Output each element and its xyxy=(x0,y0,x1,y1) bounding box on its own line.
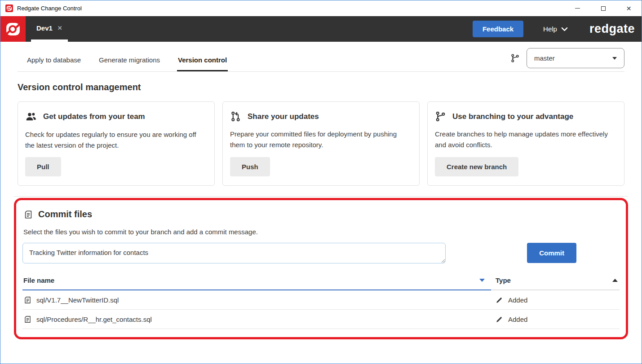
file-icon xyxy=(23,296,32,304)
maximize-button[interactable] xyxy=(590,0,616,16)
column-header-file-name[interactable]: File name xyxy=(22,272,491,290)
change-type: Added xyxy=(508,296,527,304)
card-header: Get updates from your team xyxy=(25,111,207,123)
dropdown-caret-icon xyxy=(612,57,617,60)
type-cell: Added xyxy=(491,316,620,323)
commit-files-section: Commit files Select the files you wish t… xyxy=(14,198,628,339)
file-name: sql/Procedures/R__hr.get_contacts.sql xyxy=(36,316,152,323)
column-header-type[interactable]: Type xyxy=(491,272,620,290)
file-name-cell: sql/V1.7__NewTwitterID.sql xyxy=(22,296,491,304)
commit-message-row: Tracking Twitter information for contact… xyxy=(22,243,620,263)
pencil-icon xyxy=(496,296,503,304)
pull-request-icon xyxy=(230,111,241,122)
redgate-logo-icon xyxy=(5,4,13,12)
type-cell: Added xyxy=(491,296,620,304)
commit-section-subtitle: Select the files you wish to commit to y… xyxy=(23,228,620,236)
card-use-branching: Use branching to your advantage Create b… xyxy=(427,101,624,186)
column-label: Type xyxy=(496,276,511,284)
branch-selector-value: master xyxy=(534,54,555,62)
branch-control: master xyxy=(510,48,624,68)
card-header: Share your updates xyxy=(230,111,412,122)
card-share-updates: Share your updates Prepare your committe… xyxy=(222,101,420,186)
commit-section-header: Commit files xyxy=(23,209,620,219)
branch-icon xyxy=(510,53,520,63)
minimize-icon xyxy=(575,8,580,9)
sort-descending-icon xyxy=(479,279,485,282)
titlebar: Redgate Change Control ✕ xyxy=(0,0,642,16)
push-button[interactable]: Push xyxy=(230,157,270,176)
file-icon xyxy=(23,315,32,324)
card-title: Use branching to your advantage xyxy=(452,112,573,121)
redgate-wordmark: redgate xyxy=(589,22,635,36)
card-title: Share your updates xyxy=(248,112,319,121)
tab-generate-migrations[interactable]: Generate migrations xyxy=(98,50,161,71)
file-name-cell: sql/Procedures/R__hr.get_contacts.sql xyxy=(22,315,491,324)
help-menu[interactable]: Help xyxy=(543,25,568,33)
card-title: Get updates from your team xyxy=(43,112,145,121)
feedback-button[interactable]: Feedback xyxy=(473,21,523,37)
card-description: Check for updates regularly to ensure yo… xyxy=(25,129,207,151)
document-icon xyxy=(23,210,33,219)
pencil-icon xyxy=(496,316,503,323)
pull-button[interactable]: Pull xyxy=(25,157,61,176)
main-content: Apply to database Generate migrations Ve… xyxy=(0,42,642,364)
redgate-logo-icon xyxy=(4,20,22,39)
card-description: Create branches to help manage updates m… xyxy=(435,129,617,150)
chevron-down-icon xyxy=(561,27,568,31)
tab-version-control[interactable]: Version control xyxy=(177,50,228,71)
commit-message-input[interactable]: Tracking Twitter information for contact… xyxy=(22,243,446,263)
close-button[interactable]: ✕ xyxy=(616,0,642,16)
branch-icon xyxy=(435,111,446,122)
app-window: Redgate Change Control ✕ Dev1 ✕ Feedback… xyxy=(0,0,642,364)
tab-apply-to-database[interactable]: Apply to database xyxy=(26,50,82,71)
sort-ascending-icon xyxy=(612,279,618,282)
files-table-header: File name Type xyxy=(22,272,620,290)
close-icon: ✕ xyxy=(626,5,632,12)
create-new-branch-button[interactable]: Create new branch xyxy=(435,157,518,176)
branch-selector[interactable]: master xyxy=(527,48,624,68)
action-cards: Get updates from your team Check for upd… xyxy=(18,101,624,186)
section-divider xyxy=(14,196,628,197)
file-name: sql/V1.7__NewTwitterID.sql xyxy=(36,296,119,304)
commit-button[interactable]: Commit xyxy=(527,243,576,263)
project-tab-dev1[interactable]: Dev1 ✕ xyxy=(31,16,68,42)
maximize-icon xyxy=(601,6,606,11)
commit-section-title: Commit files xyxy=(38,209,92,219)
window-title: Redgate Change Control xyxy=(17,5,82,12)
minimize-button[interactable] xyxy=(565,0,590,16)
card-description: Prepare your committed files for deploym… xyxy=(230,129,412,150)
change-type: Added xyxy=(508,316,527,323)
redgate-app-logo xyxy=(0,16,26,42)
card-header: Use branching to your advantage xyxy=(435,111,617,122)
project-tab-label: Dev1 xyxy=(36,24,53,32)
team-icon xyxy=(25,111,37,123)
column-label: File name xyxy=(23,276,54,284)
help-label: Help xyxy=(543,25,557,33)
card-get-updates: Get updates from your team Check for upd… xyxy=(18,101,215,186)
tab-close-icon[interactable]: ✕ xyxy=(58,25,62,31)
page-title: Version control management xyxy=(18,82,624,92)
app-header-right: Feedback Help redgate xyxy=(473,16,642,42)
table-row[interactable]: sql/V1.7__NewTwitterID.sql Added xyxy=(22,290,620,310)
window-controls: ✕ xyxy=(565,0,642,16)
tab-bar: Apply to database Generate migrations Ve… xyxy=(18,48,624,72)
table-row[interactable]: sql/Procedures/R__hr.get_contacts.sql Ad… xyxy=(22,310,620,329)
app-header: Dev1 ✕ Feedback Help redgate xyxy=(0,16,642,42)
